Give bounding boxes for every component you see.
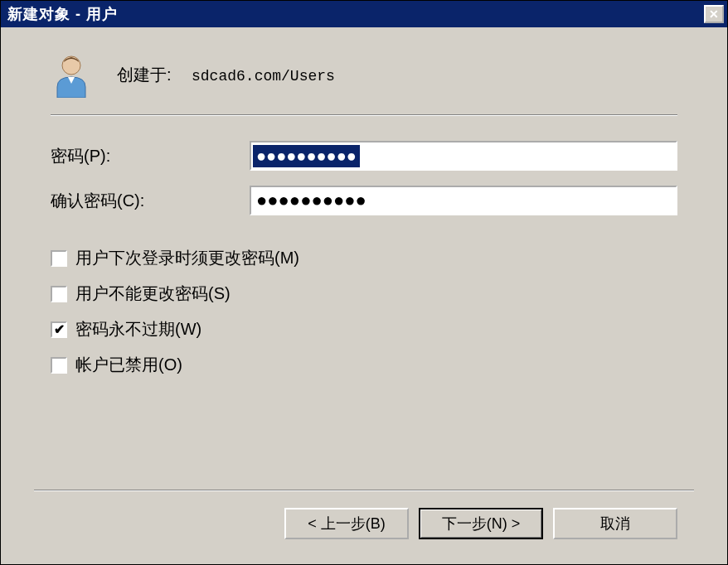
checkbox-must-change-box[interactable] (51, 250, 67, 267)
close-icon: ✕ (709, 7, 719, 21)
content-area: 创建于: sdcad6.com/Users 密码(P): ●●●●●●●●●● … (1, 27, 727, 564)
password-value-selected: ●●●●●●●●●● (253, 145, 360, 167)
checkbox-must-change[interactable]: 用户下次登录时须更改密码(M) (51, 247, 677, 269)
checkbox-never-expires[interactable]: ✔ 密码永不过期(W) (51, 318, 677, 340)
back-button[interactable]: < 上一步(B) (284, 508, 409, 539)
checkbox-must-change-label: 用户下次登录时须更改密码(M) (75, 247, 299, 269)
header-row: 创建于: sdcad6.com/Users (51, 52, 677, 98)
confirm-password-label: 确认密码(C): (51, 190, 250, 212)
checkbox-never-expires-box[interactable]: ✔ (51, 321, 67, 338)
dialog-window: 新建对象 - 用户 ✕ 创建于: sdcad6.com/Users 密码(P):… (0, 0, 728, 565)
create-path: sdcad6.com/Users (192, 68, 335, 85)
create-info: 创建于: sdcad6.com/Users (117, 64, 335, 86)
checkbox-group: 用户下次登录时须更改密码(M) 用户不能更改密码(S) ✔ 密码永不过期(W) … (51, 247, 677, 376)
checkbox-never-expires-label: 密码永不过期(W) (75, 318, 201, 340)
password-row: 密码(P): ●●●●●●●●●● (51, 141, 677, 171)
button-divider (34, 490, 694, 491)
create-label: 创建于: (117, 65, 172, 84)
password-input[interactable]: ●●●●●●●●●● (250, 141, 677, 171)
next-button[interactable]: 下一步(N) > (419, 508, 543, 539)
password-label: 密码(P): (51, 145, 250, 167)
close-button[interactable]: ✕ (704, 5, 724, 23)
cancel-button[interactable]: 取消 (553, 508, 677, 539)
svg-point-0 (62, 56, 80, 75)
user-icon (51, 52, 92, 98)
button-row: < 上一步(B) 下一步(N) > 取消 (51, 508, 677, 548)
checkbox-cannot-change-label: 用户不能更改密码(S) (75, 282, 231, 305)
check-icon: ✔ (54, 321, 65, 337)
spacer (51, 376, 677, 490)
titlebar: 新建对象 - 用户 ✕ (1, 1, 727, 27)
confirm-password-value: ●●●●●●●●●● (253, 190, 370, 211)
checkbox-cannot-change[interactable]: 用户不能更改密码(S) (51, 282, 677, 305)
checkbox-account-disabled[interactable]: 帐户已禁用(O) (51, 354, 677, 376)
checkbox-account-disabled-label: 帐户已禁用(O) (75, 354, 182, 376)
checkbox-cannot-change-box[interactable] (51, 286, 67, 302)
confirm-password-row: 确认密码(C): ●●●●●●●●●● (51, 186, 677, 215)
checkbox-account-disabled-box[interactable] (51, 357, 67, 374)
confirm-password-input[interactable]: ●●●●●●●●●● (250, 186, 677, 215)
window-title: 新建对象 - 用户 (7, 4, 118, 24)
header-divider (51, 114, 677, 116)
